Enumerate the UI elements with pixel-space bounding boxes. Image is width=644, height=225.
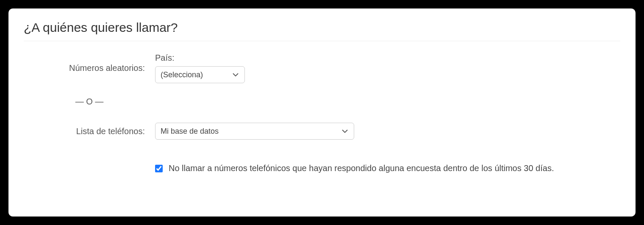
dont-call-label[interactable]: No llamar a números telefónicos que haya… [169, 163, 554, 173]
country-label: País: [155, 53, 620, 63]
phone-list-label: Lista de teléfonos: [24, 127, 155, 136]
dont-call-row: No llamar a números telefónicos que haya… [24, 163, 620, 173]
random-numbers-label: Números aleatorios: [24, 63, 155, 73]
or-separator-row: — O — [24, 97, 620, 107]
panel-title: ¿A quiénes quieres llamar? [24, 20, 620, 41]
phone-list-select[interactable]: Mi base de datos [155, 123, 354, 140]
who-to-call-panel: ¿A quiénes quieres llamar? Números aleat… [8, 8, 636, 217]
random-numbers-field: País: (Selecciona) [155, 53, 620, 83]
or-separator: — O — [24, 97, 155, 107]
phone-list-row: Lista de teléfonos: Mi base de datos [24, 123, 620, 140]
phone-list-field: Mi base de datos [155, 123, 620, 140]
dont-call-checkbox[interactable] [155, 165, 163, 172]
country-select[interactable]: (Selecciona) [155, 66, 245, 83]
random-numbers-row: Números aleatorios: País: (Selecciona) [24, 53, 620, 83]
